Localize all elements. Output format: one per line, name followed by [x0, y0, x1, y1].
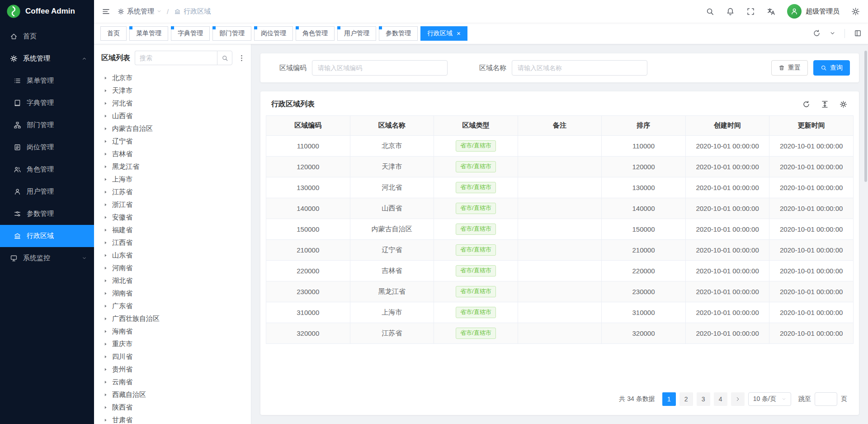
cell-region-type: 省市/直辖市: [434, 219, 518, 240]
tree-item[interactable]: 河北省: [101, 97, 246, 110]
user-menu[interactable]: 超级管理员: [787, 4, 840, 19]
page-button[interactable]: 1: [662, 392, 676, 406]
tree-item[interactable]: 湖北省: [101, 274, 246, 287]
page-size-select[interactable]: 10 条/页: [748, 392, 791, 406]
tree-item[interactable]: 山东省: [101, 249, 246, 262]
cell-sort: 210000: [602, 240, 686, 261]
chevron-down-icon: [82, 256, 87, 261]
reset-button[interactable]: 重置: [771, 60, 808, 76]
tree-item[interactable]: 贵州省: [101, 363, 246, 376]
caret-right-icon: [103, 190, 108, 195]
tab-item[interactable]: 角色管理: [296, 26, 335, 41]
tree-item[interactable]: 山西省: [101, 110, 246, 122]
filter-bar: 区域编码 区域名称 重置 查询: [260, 53, 859, 82]
tree-item[interactable]: 四川省: [101, 350, 246, 363]
tree-item[interactable]: 海南省: [101, 325, 246, 338]
cell-remark: [518, 302, 602, 323]
tree-item[interactable]: 安徽省: [101, 211, 246, 224]
tree-item-label: 黑龙江省: [112, 162, 139, 171]
column-height-icon[interactable]: [821, 100, 829, 108]
next-page-button[interactable]: [731, 392, 745, 406]
sidebar-item-system[interactable]: 系统管理: [0, 48, 94, 70]
search-icon[interactable]: [706, 7, 714, 16]
content-layout-icon[interactable]: [854, 29, 862, 37]
chevron-down-icon: [782, 397, 786, 401]
tab-item[interactable]: 字典管理: [171, 26, 210, 41]
tree-item[interactable]: 云南省: [101, 376, 246, 388]
caret-right-icon: [103, 304, 108, 309]
department-icon: [14, 121, 21, 129]
region-type-badge: 省市/直辖市: [456, 286, 496, 297]
page-scrollbar[interactable]: [864, 45, 867, 423]
caret-right-icon: [103, 139, 108, 144]
tab-item[interactable]: 菜单管理: [129, 26, 168, 41]
breadcrumb-system[interactable]: 系统管理: [118, 7, 161, 16]
fullscreen-icon[interactable]: [746, 7, 755, 16]
sidebar-subitem[interactable]: 岗位管理: [0, 136, 94, 158]
sidebar-subitem[interactable]: 用户管理: [0, 181, 94, 203]
tree-item[interactable]: 陕西省: [101, 401, 246, 414]
tree-item[interactable]: 辽宁省: [101, 135, 246, 148]
tab-item[interactable]: 首页: [100, 26, 127, 41]
tab-item[interactable]: 岗位管理: [254, 26, 293, 41]
tree-item-label: 福建省: [112, 226, 132, 234]
region-code-label: 区域编码: [269, 64, 307, 72]
tree-item[interactable]: 河南省: [101, 262, 246, 274]
tree-item[interactable]: 内蒙古自治区: [101, 122, 246, 135]
tree-item[interactable]: 北京市: [101, 71, 246, 84]
sidebar-subitem[interactable]: 菜单管理: [0, 70, 94, 92]
more-options-icon[interactable]: [237, 54, 246, 62]
refresh-tabs-icon[interactable]: [813, 29, 821, 37]
settings-gear-icon[interactable]: [851, 7, 860, 16]
tree-search-input[interactable]: [135, 51, 217, 65]
tree-item[interactable]: 江苏省: [101, 186, 246, 198]
tree-item[interactable]: 天津市: [101, 84, 246, 97]
jump-page-input[interactable]: [815, 392, 837, 406]
cell-sort: 110000: [602, 136, 686, 157]
sidebar-item-home[interactable]: 首页: [0, 25, 94, 48]
tree-item[interactable]: 浙江省: [101, 198, 246, 211]
tree-item[interactable]: 湖南省: [101, 287, 246, 300]
table-row: 210000辽宁省省市/直辖市2100002020-10-01 00:00:00…: [266, 240, 854, 261]
tree-search-button[interactable]: [217, 51, 232, 65]
tab-close-icon[interactable]: ×: [457, 30, 461, 37]
tab-item[interactable]: 用户管理: [337, 26, 376, 41]
tree-item[interactable]: 广东省: [101, 300, 246, 312]
sidebar-item-monitor[interactable]: 系统监控: [0, 247, 94, 269]
tab-item[interactable]: 部门管理: [212, 26, 251, 41]
search-icon: [222, 55, 228, 62]
tree-item[interactable]: 江西省: [101, 236, 246, 249]
tree-item[interactable]: 上海市: [101, 173, 246, 186]
tree-item[interactable]: 黑龙江省: [101, 160, 246, 173]
tree-item[interactable]: 西藏自治区: [101, 388, 246, 401]
table-refresh-icon[interactable]: [802, 100, 810, 108]
tree-item[interactable]: 吉林省: [101, 148, 246, 160]
region-code-input[interactable]: [312, 60, 448, 76]
page-button[interactable]: 4: [714, 392, 727, 406]
tree-item[interactable]: 广西壮族自治区: [101, 312, 246, 325]
tree-item[interactable]: 福建省: [101, 224, 246, 236]
tab-item[interactable]: 行政区域×: [420, 26, 467, 41]
notification-bell-icon[interactable]: [726, 7, 735, 16]
scrollbar-thumb[interactable]: [864, 51, 867, 182]
tab-label: 字典管理: [178, 29, 203, 38]
region-name-input[interactable]: [512, 60, 647, 76]
sidebar-subitem[interactable]: 参数管理: [0, 203, 94, 225]
query-button[interactable]: 查询: [813, 60, 850, 76]
sidebar-subitem[interactable]: 行政区域: [0, 225, 94, 247]
sidebar-subitem[interactable]: 字典管理: [0, 92, 94, 114]
reset-button-label: 重置: [788, 64, 801, 72]
tab-actions-chevron-icon[interactable]: [830, 30, 835, 36]
sidebar-subitem[interactable]: 角色管理: [0, 158, 94, 181]
table-settings-icon[interactable]: [840, 100, 847, 108]
sidebar-collapse-icon[interactable]: [94, 0, 118, 23]
region-tree-panel: 区域列表 北京市天津市河北省山西省内蒙古自治区辽宁省吉林省黑龙江省上海市江苏省浙…: [94, 44, 251, 424]
language-icon[interactable]: [767, 7, 775, 16]
tree-item[interactable]: 重庆市: [101, 338, 246, 350]
page-button[interactable]: 2: [679, 392, 693, 406]
tab-item[interactable]: 参数管理: [379, 26, 418, 41]
app-logo[interactable]: Coffee Admin: [0, 0, 94, 23]
tree-item[interactable]: 甘肃省: [101, 414, 246, 424]
sidebar-subitem[interactable]: 部门管理: [0, 114, 94, 136]
page-button[interactable]: 3: [697, 392, 710, 406]
